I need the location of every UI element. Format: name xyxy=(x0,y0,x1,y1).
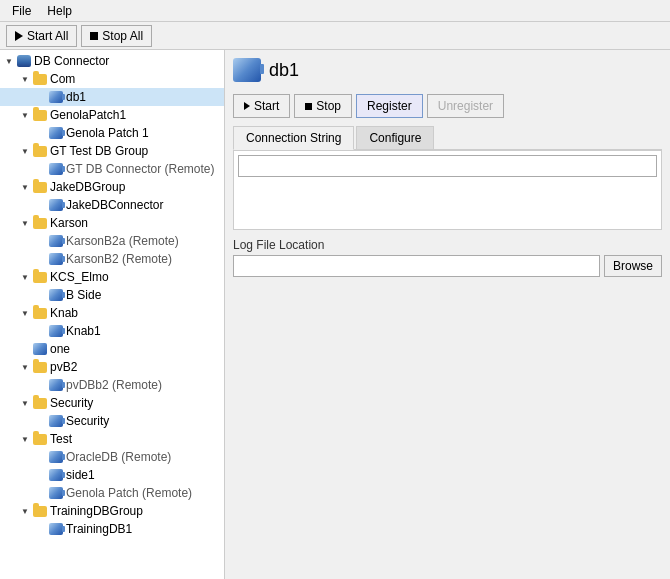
tree-node-gtdbconnector[interactable]: GT DB Connector (Remote) xyxy=(0,160,224,178)
tree-panel[interactable]: ▼DB Connector▼Comdb1▼GenolaPatch1Genola … xyxy=(0,50,225,579)
expander-dbconnector: ▼ xyxy=(2,54,16,68)
folder-icon-jakedbgroup xyxy=(32,179,48,195)
tree-node-com[interactable]: ▼Com xyxy=(0,70,224,88)
expander-db1 xyxy=(34,90,48,104)
tree-node-pvb2[interactable]: ▼pvB2 xyxy=(0,358,224,376)
expander-trainingdbgroup: ▼ xyxy=(18,504,32,518)
expander-side1 xyxy=(34,468,48,482)
folder-icon-kcs_elmo xyxy=(32,269,48,285)
tree-node-security[interactable]: ▼Security xyxy=(0,394,224,412)
tree-node-db1[interactable]: db1 xyxy=(0,88,224,106)
node-label-genolapatchremote: Genola Patch (Remote) xyxy=(66,486,192,500)
tree-node-side1[interactable]: side1 xyxy=(0,466,224,484)
connection-string-input[interactable] xyxy=(238,155,657,177)
expander-oracledb xyxy=(34,450,48,464)
tree-node-jakedbgroup[interactable]: ▼JakeDBGroup xyxy=(0,178,224,196)
tree-node-karsonb2[interactable]: KarsonB2 (Remote) xyxy=(0,250,224,268)
expander-security2 xyxy=(34,414,48,428)
log-file-input[interactable] xyxy=(233,255,600,277)
expander-genolapatch1: ▼ xyxy=(18,108,32,122)
expander-jakedbgroup: ▼ xyxy=(18,180,32,194)
node-label-db1: db1 xyxy=(66,90,86,104)
expander-trainingdb1 xyxy=(34,522,48,536)
tree-node-genolapatch[interactable]: Genola Patch 1 xyxy=(0,124,224,142)
tree-node-knab[interactable]: ▼Knab xyxy=(0,304,224,322)
expander-genolapatch xyxy=(34,126,48,140)
node-label-gtdbconnector: GT DB Connector (Remote) xyxy=(66,162,215,176)
connector-icon-oracledb xyxy=(48,449,64,465)
toolbar: Start All Stop All xyxy=(0,22,670,50)
node-label-genolapatch: Genola Patch 1 xyxy=(66,126,149,140)
tree-node-karsonb2a[interactable]: KarsonB2a (Remote) xyxy=(0,232,224,250)
menu-help[interactable]: Help xyxy=(39,2,80,20)
expander-karsonb2 xyxy=(34,252,48,266)
tree-node-genolapatchremote[interactable]: Genola Patch (Remote) xyxy=(0,484,224,502)
menu-file[interactable]: File xyxy=(4,2,39,20)
start-all-button[interactable]: Start All xyxy=(6,25,77,47)
connector-icon-gtdbconnector xyxy=(48,161,64,177)
unregister-button[interactable]: Unregister xyxy=(427,94,504,118)
expander-kcs_elmo: ▼ xyxy=(18,270,32,284)
detail-icon xyxy=(233,58,261,82)
detail-title: db1 xyxy=(269,60,299,81)
stop-icon xyxy=(90,32,98,40)
unregister-label: Unregister xyxy=(438,99,493,113)
folder-icon-security xyxy=(32,395,48,411)
expander-pvdbb2 xyxy=(34,378,48,392)
node-label-bside: B Side xyxy=(66,288,101,302)
node-label-one: one xyxy=(50,342,70,356)
folder-icon-test xyxy=(32,431,48,447)
tree-node-pvdbb2[interactable]: pvDBb2 (Remote) xyxy=(0,376,224,394)
browse-button[interactable]: Browse xyxy=(604,255,662,277)
tree-node-one[interactable]: one xyxy=(0,340,224,358)
folder-icon-trainingdbgroup xyxy=(32,503,48,519)
leaf-icon-one xyxy=(32,341,48,357)
connector-icon-db1 xyxy=(48,89,64,105)
tree-node-trainingdb1[interactable]: TrainingDB1 xyxy=(0,520,224,538)
register-button[interactable]: Register xyxy=(356,94,423,118)
connector-icon-knab1 xyxy=(48,323,64,339)
node-label-kcs_elmo: KCS_Elmo xyxy=(50,270,109,284)
connector-icon-karsonb2 xyxy=(48,251,64,267)
expander-jakedbconnector xyxy=(34,198,48,212)
node-label-karsonb2: KarsonB2 (Remote) xyxy=(66,252,172,266)
tab-connection-string[interactable]: Connection String xyxy=(233,126,354,150)
folder-icon-gttestdbgroup xyxy=(32,143,48,159)
expander-test: ▼ xyxy=(18,432,32,446)
tree-node-kcs_elmo[interactable]: ▼KCS_Elmo xyxy=(0,268,224,286)
start-button[interactable]: Start xyxy=(233,94,290,118)
tree-node-trainingdbgroup[interactable]: ▼TrainingDBGroup xyxy=(0,502,224,520)
main-area: ▼DB Connector▼Comdb1▼GenolaPatch1Genola … xyxy=(0,50,670,579)
tree-node-test[interactable]: ▼Test xyxy=(0,430,224,448)
folder-icon-com xyxy=(32,71,48,87)
connector-icon-genolapatch xyxy=(48,125,64,141)
tabs-bar: Connection String Configure xyxy=(233,126,662,150)
expander-knab1 xyxy=(34,324,48,338)
node-label-pvb2: pvB2 xyxy=(50,360,77,374)
tab-configure[interactable]: Configure xyxy=(356,126,434,149)
connector-icon-trainingdb1 xyxy=(48,521,64,537)
node-label-test: Test xyxy=(50,432,72,446)
tree-node-gttestdbgroup[interactable]: ▼GT Test DB Group xyxy=(0,142,224,160)
connector-icon-bside xyxy=(48,287,64,303)
stop-all-button[interactable]: Stop All xyxy=(81,25,152,47)
tree-node-knab1[interactable]: Knab1 xyxy=(0,322,224,340)
stop-sm-icon xyxy=(305,103,312,110)
node-label-gttestdbgroup: GT Test DB Group xyxy=(50,144,148,158)
tree-node-genolapatch1[interactable]: ▼GenolaPatch1 xyxy=(0,106,224,124)
tree-node-oracledb[interactable]: OracleDB (Remote) xyxy=(0,448,224,466)
node-label-side1: side1 xyxy=(66,468,95,482)
node-label-knab1: Knab1 xyxy=(66,324,101,338)
tree-node-security2[interactable]: Security xyxy=(0,412,224,430)
expander-com: ▼ xyxy=(18,72,32,86)
log-file-row: Browse xyxy=(233,255,662,277)
db-connector-root-icon xyxy=(16,53,32,69)
tree-node-bside[interactable]: B Side xyxy=(0,286,224,304)
stop-button[interactable]: Stop xyxy=(294,94,352,118)
node-label-genolapatch1: GenolaPatch1 xyxy=(50,108,126,122)
tree-node-jakedbconnector[interactable]: JakeDBConnector xyxy=(0,196,224,214)
node-label-jakedbconnector: JakeDBConnector xyxy=(66,198,163,212)
tree-node-dbconnector[interactable]: ▼DB Connector xyxy=(0,52,224,70)
folder-icon-genolapatch1 xyxy=(32,107,48,123)
tree-node-karson[interactable]: ▼Karson xyxy=(0,214,224,232)
